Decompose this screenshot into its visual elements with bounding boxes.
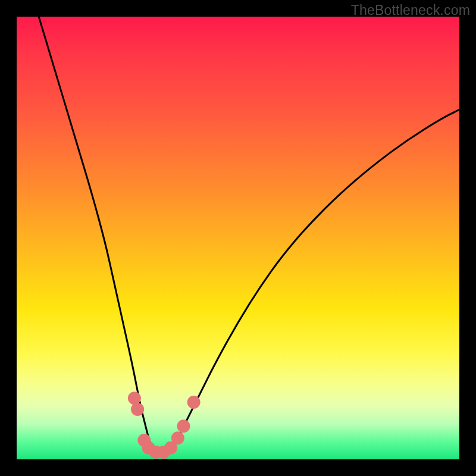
curve-svg xyxy=(17,17,459,459)
curve-marker xyxy=(177,419,190,433)
curve-markers xyxy=(128,392,201,459)
chart-frame: TheBottleneck.com xyxy=(0,0,476,476)
curve-marker xyxy=(128,392,141,405)
bottleneck-curve-path xyxy=(39,17,459,455)
plot-area xyxy=(17,17,459,459)
watermark-text: TheBottleneck.com xyxy=(351,2,470,18)
curve-marker xyxy=(171,431,184,444)
curve-marker xyxy=(187,396,201,409)
curve-marker xyxy=(131,403,144,416)
